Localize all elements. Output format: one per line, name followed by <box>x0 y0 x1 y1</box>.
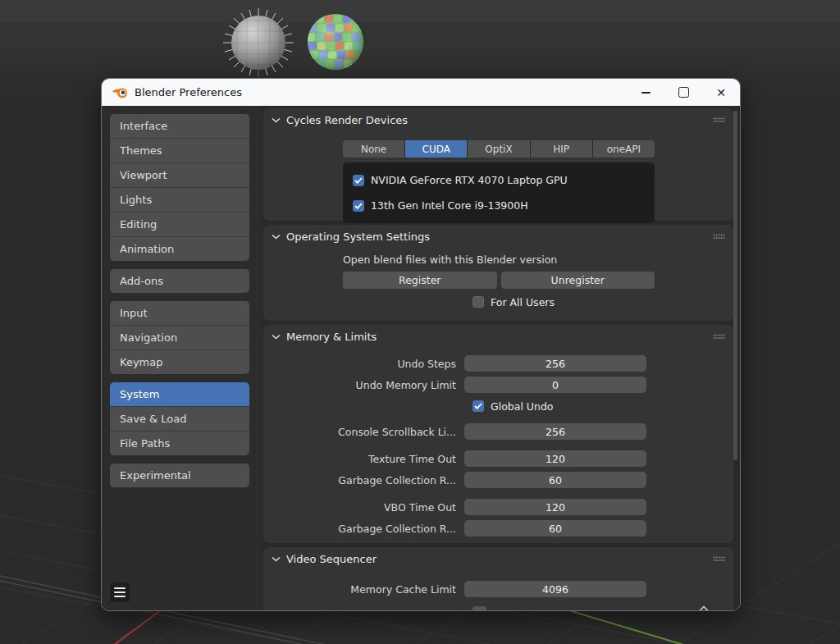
unregister-button[interactable]: Unregister <box>501 272 655 289</box>
sidebar-item-file-paths[interactable]: File Paths <box>110 431 249 455</box>
device-type-tabs: None CUDA OptiX HIP oneAPI <box>343 140 655 158</box>
vbo-garbage-collection-field[interactable]: 60 <box>464 520 646 537</box>
device-row-gpu[interactable]: NVIDIA GeForce RTX 4070 Laptop GPU <box>353 167 645 193</box>
minimize-button[interactable] <box>627 79 664 106</box>
sidebar-item-system[interactable]: System <box>110 382 249 406</box>
sidebar-item-input[interactable]: Input <box>110 301 249 325</box>
sidebar-item-animation[interactable]: Animation <box>110 236 249 261</box>
sidebar-item-keymap[interactable]: Keymap <box>110 349 249 374</box>
for-all-users-row[interactable]: For All Users <box>472 295 733 308</box>
blender-logo-icon <box>112 86 128 99</box>
field-label: Undo Steps <box>263 358 464 370</box>
sidebar-item-save-load[interactable]: Save & Load <box>110 406 249 431</box>
chevron-down-icon <box>272 234 281 240</box>
checkbox-checked-icon[interactable] <box>472 400 484 412</box>
texture-time-out-row: Texture Time Out 120 <box>263 450 733 467</box>
minimize-icon <box>641 92 651 94</box>
register-button-row: Register Unregister <box>343 272 655 289</box>
sidebar-group-ui: Interface Themes Viewport Lights Editing… <box>110 114 249 261</box>
tab-cuda[interactable]: CUDA <box>405 140 467 158</box>
checkbox-checked-icon[interactable] <box>353 175 364 186</box>
sidebar-group-system: System Save & Load File Paths <box>110 382 249 455</box>
panel-cycles-render-devices: Cycles Render Devices None CUDA OptiX HI… <box>263 108 733 221</box>
register-button[interactable]: Register <box>343 272 497 289</box>
chevron-down-icon <box>272 556 281 562</box>
sidebar-item-lights[interactable]: Lights <box>110 187 249 212</box>
preferences-menu-button[interactable] <box>110 582 130 602</box>
device-list: NVIDIA GeForce RTX 4070 Laptop GPU 13th … <box>343 162 655 223</box>
maximize-button[interactable] <box>664 79 702 106</box>
sidebar-item-themes[interactable]: Themes <box>110 138 249 162</box>
blender-preferences-window: Blender Preferences ✕ Interface Themes V… <box>101 78 741 611</box>
field-label: VBO Time Out <box>263 501 464 514</box>
field-label: Garbage Collection R... <box>263 523 464 535</box>
undo-memory-limit-field[interactable]: 0 <box>464 377 646 393</box>
checkbox-checked-icon[interactable] <box>353 200 364 212</box>
panel-os-settings: Operating System Settings Open blend fil… <box>263 225 733 321</box>
tab-none[interactable]: None <box>343 140 404 158</box>
vbo-time-out-field[interactable]: 120 <box>464 499 646 515</box>
sidebar-group-input: Input Navigation Keymap <box>110 301 249 374</box>
open-blend-caption: Open blend files with this Blender versi… <box>343 253 733 267</box>
device-label: NVIDIA GeForce RTX 4070 Laptop GPU <box>371 174 568 186</box>
memory-cache-limit-row: Memory Cache Limit 4096 <box>263 581 733 597</box>
console-scrollback-field[interactable]: 256 <box>464 423 646 440</box>
tab-optix[interactable]: OptiX <box>468 140 529 158</box>
panel-video-sequencer: Video Sequencer Memory Cache Limit 4096 <box>263 547 733 611</box>
panel-header-sequencer[interactable]: Video Sequencer <box>263 547 733 570</box>
panel-title: Operating System Settings <box>286 231 430 243</box>
vertical-scrollbar[interactable] <box>733 111 737 460</box>
tab-hip[interactable]: HIP <box>531 140 592 158</box>
console-scrollback-row: Console Scrollback Li... 256 <box>263 423 733 440</box>
window-title: Blender Preferences <box>135 86 242 98</box>
undo-steps-field[interactable]: 256 <box>464 355 646 372</box>
drag-grip-icon[interactable] <box>713 556 725 562</box>
memory-cache-limit-field[interactable]: 4096 <box>464 581 646 597</box>
colored-sphere-object <box>305 11 366 75</box>
scroll-more-indicator[interactable] <box>694 601 714 611</box>
panel-memory-limits: Memory & Limits Undo Steps 256 Undo Memo… <box>263 325 733 543</box>
drag-grip-icon[interactable] <box>713 117 725 123</box>
panel-header-cycles[interactable]: Cycles Render Devices <box>263 108 733 131</box>
for-all-users-label: For All Users <box>491 296 555 308</box>
panel-header-os[interactable]: Operating System Settings <box>263 225 733 248</box>
tab-oneapi[interactable]: oneAPI <box>593 140 655 158</box>
vbo-time-out-row: VBO Time Out 120 <box>263 499 733 515</box>
sidebar-item-experimental[interactable]: Experimental <box>110 464 249 487</box>
maximize-icon <box>678 87 689 98</box>
checkbox-unchecked-icon[interactable] <box>472 296 484 308</box>
garbage-collection-field[interactable]: 60 <box>464 472 646 488</box>
preferences-sidebar: Interface Themes Viewport Lights Editing… <box>102 106 262 611</box>
global-undo-row[interactable]: Global Undo <box>472 400 733 413</box>
panel-title: Video Sequencer <box>286 553 377 565</box>
drag-grip-icon[interactable] <box>713 334 725 340</box>
field-label: Garbage Collection R... <box>263 474 464 486</box>
chevron-down-icon <box>272 117 281 123</box>
chevron-down-icon <box>272 334 281 340</box>
field-label: Texture Time Out <box>263 453 464 465</box>
sidebar-group-experimental: Experimental <box>110 464 249 487</box>
garbage-collection-row: Garbage Collection R... 60 <box>263 472 733 488</box>
sidebar-item-viewport[interactable]: Viewport <box>110 162 249 187</box>
chevron-up-icon <box>699 605 709 611</box>
sidebar-item-addons[interactable]: Add-ons <box>110 269 249 293</box>
field-label: Memory Cache Limit <box>263 583 464 596</box>
undo-memory-limit-row: Undo Memory Limit 0 <box>263 377 733 393</box>
device-row-cpu[interactable]: 13th Gen Intel Core i9-13900H <box>353 193 645 218</box>
close-button[interactable]: ✕ <box>702 79 740 106</box>
drag-grip-icon[interactable] <box>713 234 725 240</box>
sidebar-item-interface[interactable]: Interface <box>110 114 249 138</box>
hamburger-icon <box>114 587 126 589</box>
sidebar-item-editing[interactable]: Editing <box>110 212 249 236</box>
sidebar-item-navigation[interactable]: Navigation <box>110 325 249 349</box>
sidebar-group-addons: Add-ons <box>110 269 249 293</box>
vbo-garbage-collection-row: Garbage Collection R... 60 <box>263 520 733 537</box>
clipped-checkbox[interactable] <box>472 606 486 611</box>
global-undo-label: Global Undo <box>491 400 554 413</box>
panel-title: Memory & Limits <box>286 331 377 343</box>
texture-time-out-field[interactable]: 120 <box>464 450 646 467</box>
panel-header-memory[interactable]: Memory & Limits <box>263 325 733 348</box>
window-titlebar[interactable]: Blender Preferences ✕ <box>102 79 740 106</box>
field-label: Console Scrollback Li... <box>263 426 464 438</box>
close-icon: ✕ <box>716 87 726 98</box>
